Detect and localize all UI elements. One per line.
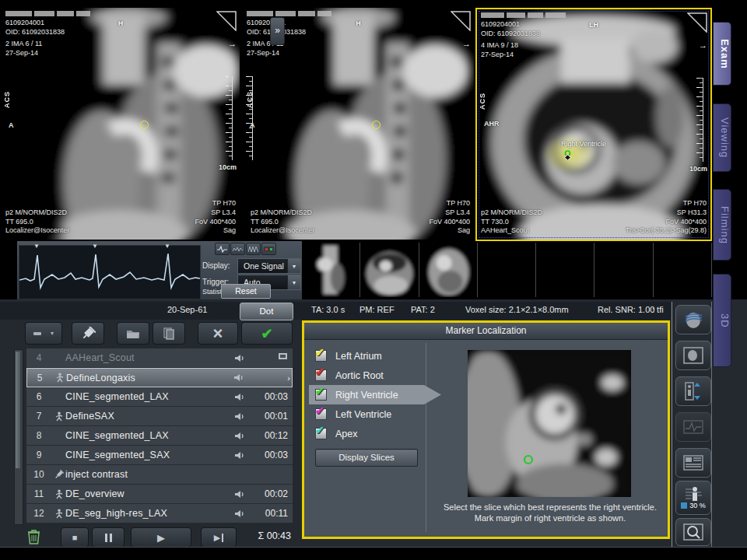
voxel-size: Voxel size: 2.1×2.1×8.0mm: [465, 305, 569, 314]
thumbnail-empty[interactable]: [478, 243, 536, 297]
rel-snr: Rel. SNR: 1.00: [598, 305, 654, 314]
thumbnail-sagittal[interactable]: [302, 243, 360, 297]
signal-resp-icon[interactable]: [246, 243, 261, 255]
signal-ext-icon[interactable]: [261, 243, 276, 255]
protocol-row[interactable]: 4AAHeart_Scout: [26, 348, 293, 368]
tech-params: p2 M/NORM/DIS2DTT 730.0AAHeart_Scout: [481, 208, 542, 236]
inject-contrast-button[interactable]: [72, 322, 104, 345]
marker-item[interactable]: ✔Left Ventricle: [309, 404, 432, 424]
speaker-icon: [234, 490, 244, 499]
protocol-row[interactable]: 9CINE_segmented_SAX00:03: [26, 446, 293, 465]
chevron-down-icon: ▼: [287, 259, 300, 273]
scroll-arrow-icon[interactable]: →: [699, 40, 707, 50]
physio-signal-button[interactable]: [675, 412, 711, 442]
exam-date: 20-Sep-61: [167, 305, 207, 314]
marker-item[interactable]: ✔Apex: [309, 424, 432, 443]
viewport-heart-selected[interactable]: 6109204001 OID: 61092031838 4 IMA 9 / 18…: [475, 8, 712, 241]
protocol-row[interactable]: 6CINE_segmented_LAX00:03: [26, 387, 293, 407]
thumbnail-empty[interactable]: [536, 243, 594, 297]
image-review-button[interactable]: [675, 341, 711, 370]
marker-item[interactable]: ✔Aortic Root: [309, 366, 432, 385]
dialog-title[interactable]: Marker Localization: [304, 323, 668, 340]
exam-info-button[interactable]: [675, 448, 711, 478]
image-zoom-button[interactable]: [675, 518, 711, 546]
thumbnail-strip: [302, 243, 712, 297]
sar-level-button[interactable]: 30 %: [675, 481, 711, 515]
scroll-arrow-icon[interactable]: →: [228, 39, 237, 48]
speaker-icon: [234, 432, 244, 440]
orientation-label-top: H: [118, 19, 124, 29]
marker-item[interactable]: ✔Left Atrium: [309, 346, 432, 366]
signal-ecg-icon[interactable]: [215, 243, 230, 255]
protocol-row[interactable]: 10inject contrast: [26, 465, 293, 485]
trigger-marker-icon: ▼: [164, 243, 170, 250]
stop-icon: ■: [72, 533, 78, 542]
protocol-row[interactable]: 5DefineLongaxis›: [26, 368, 293, 387]
reset-button[interactable]: Reset: [221, 284, 271, 299]
bottom-black-strip: [0, 547, 747, 560]
panel-separator: [711, 302, 712, 548]
marker-checkbox[interactable]: ✔: [315, 350, 327, 362]
scroll-arrow-icon[interactable]: →: [462, 39, 471, 48]
orientation-label-top: H: [356, 19, 361, 29]
scale-label: 10cm: [219, 163, 237, 173]
orientation-label-top: LH: [589, 21, 598, 30]
tech-params: p2 M/NORM/DIS2DTT 695.0Localizer@Isocent…: [251, 208, 314, 236]
thumbnail-axial[interactable]: [419, 243, 478, 297]
thumbnail-empty[interactable]: [594, 243, 653, 297]
trash-button[interactable]: [22, 527, 45, 546]
physio-panel: ▼ ▼ ▼ Display: One Signal▼ Trigger: Auto…: [17, 241, 302, 300]
panel-separator: [672, 302, 672, 548]
patient-name-redacted: [481, 12, 566, 18]
thumbnail-empty[interactable]: [654, 243, 712, 297]
signal-pulse-icon[interactable]: [230, 243, 245, 255]
marker-checkbox[interactable]: ✔: [315, 369, 327, 381]
reference-slice-image[interactable]: [468, 350, 631, 497]
pause-icon: [105, 534, 112, 542]
confirm-button[interactable]: ✔: [241, 322, 293, 345]
marker-item[interactable]: ✔Right Ventricle: [309, 385, 441, 404]
page-corner-icon[interactable]: [687, 12, 707, 33]
cancel-button[interactable]: ×: [198, 322, 238, 345]
open-folder-button[interactable]: [117, 322, 149, 345]
head-coil-icon: [683, 310, 703, 329]
tab-viewing[interactable]: Viewing: [713, 103, 731, 172]
rv-marker-icon[interactable]: [563, 150, 573, 160]
display-slices-button[interactable]: Display Slices: [315, 449, 418, 467]
viewport-sagittal-1[interactable]: 6109204001 OID: 61092031838 2 IMA 6 / 11…: [2, 8, 240, 240]
stop-button[interactable]: ■: [61, 527, 89, 548]
page-corner-icon[interactable]: [451, 11, 471, 31]
thumbnail-coronal[interactable]: [360, 243, 419, 297]
protocol-row[interactable]: 7DefineSAX00:01: [26, 407, 293, 426]
marker-checkbox[interactable]: ✔: [315, 408, 327, 420]
syringe-icon: [54, 470, 64, 480]
head-coil-button[interactable]: [675, 305, 711, 334]
marker-checkbox[interactable]: ✔: [315, 389, 327, 401]
marker-checkbox[interactable]: ✔: [315, 428, 327, 439]
copy-protocol-button[interactable]: [153, 322, 185, 345]
protocol-row[interactable]: 11DE_overview00:02: [26, 485, 293, 504]
skip-to-end-button[interactable]: ▶: [201, 527, 237, 548]
speaker-icon: [234, 412, 244, 421]
play-button[interactable]: ▶: [131, 527, 191, 548]
instruction-line-1: Select the slice which best represents t…: [433, 502, 668, 512]
image-info-block: 6109204001 OID: 61092031838 4 IMA 9 / 18…: [481, 20, 540, 60]
pm-value: PM: REF: [359, 305, 395, 314]
display-select[interactable]: One Signal▼: [237, 258, 301, 274]
protocol-scrollbar[interactable]: [14, 349, 23, 525]
tab-exam[interactable]: Exam: [713, 22, 731, 86]
tab-3d[interactable]: 3D: [713, 274, 731, 367]
page-corner-icon[interactable]: [216, 11, 237, 31]
tech-params: p2 M/NORM/DIS2DTT 695.0Localizer@Isocent…: [5, 208, 69, 236]
tab-filming[interactable]: Filming: [713, 189, 731, 261]
total-time: Σ 00:43: [247, 530, 291, 541]
protocol-row[interactable]: 8CINE_segmented_LAX00:12: [26, 426, 293, 446]
pat-value: PAT: 2: [411, 305, 435, 314]
table-position-button[interactable]: [675, 376, 711, 406]
queue-split-button[interactable]: ▼: [25, 322, 62, 345]
protocol-row[interactable]: 12DE_seg_high-res_LAX00:11: [26, 504, 293, 523]
patient-name-redacted: [247, 11, 331, 16]
dot-engine-button[interactable]: Dot: [240, 303, 293, 320]
pause-button[interactable]: [92, 527, 124, 548]
expand-physio-button[interactable]: »: [270, 17, 285, 45]
